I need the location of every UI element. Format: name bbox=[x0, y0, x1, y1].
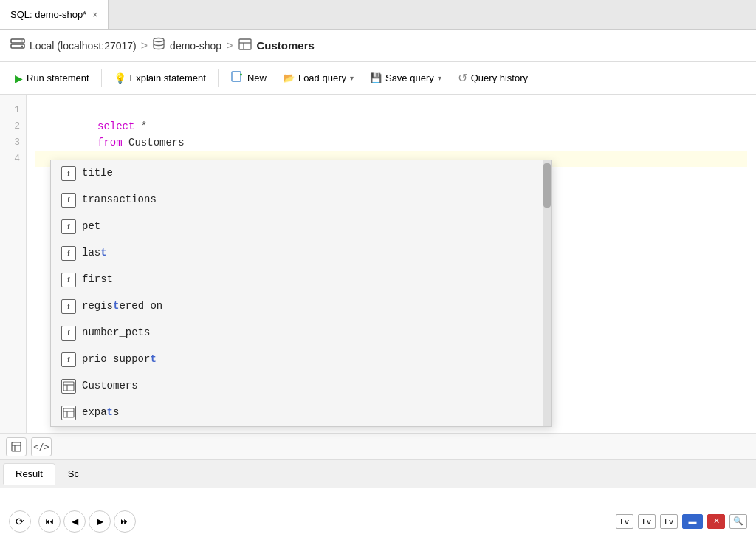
save-dropdown-arrow: ▾ bbox=[438, 74, 441, 82]
autocomplete-item-registered-on[interactable]: f registered_on bbox=[51, 293, 543, 320]
editor-area[interactable]: 1 2 3 4 select * from Customers where pr… bbox=[0, 95, 756, 459]
svg-point-3 bbox=[21, 45, 23, 47]
autocomplete-dropdown: f title f transactions f pet f last f bbox=[50, 160, 552, 427]
run-icon: ▶ bbox=[15, 72, 23, 84]
history-icon: ↺ bbox=[458, 71, 467, 85]
line-numbers: 1 2 3 4 bbox=[0, 95, 27, 459]
autocomplete-scrollbar[interactable] bbox=[543, 160, 551, 426]
breadcrumb-bar: Local (localhost:27017) > demo-shop > Cu… bbox=[0, 30, 756, 62]
sql-tab[interactable]: SQL: demo-shop* × bbox=[0, 0, 109, 29]
ac-item-text: transactions bbox=[82, 193, 157, 208]
field-icon: f bbox=[61, 273, 76, 287]
status-icon-lv3[interactable]: Lv bbox=[660, 514, 678, 529]
field-icon: f bbox=[61, 219, 76, 234]
ac-item-text: registered_on bbox=[82, 299, 162, 314]
field-icon: f bbox=[61, 166, 76, 181]
toolbar-separator-1 bbox=[101, 69, 102, 87]
svg-point-4 bbox=[154, 38, 164, 42]
svg-point-2 bbox=[21, 40, 23, 41]
autocomplete-list[interactable]: f title f transactions f pet f last f bbox=[51, 160, 543, 426]
autocomplete-item-customers[interactable]: Customers bbox=[51, 373, 543, 400]
db-icon bbox=[152, 37, 165, 54]
table-view-icon-btn[interactable] bbox=[6, 437, 27, 456]
status-icon-lv2[interactable]: Lv bbox=[638, 514, 656, 529]
breadcrumb-sep2: > bbox=[226, 39, 233, 52]
result-tabs: Result Sc bbox=[0, 459, 756, 488]
ac-item-text: last bbox=[82, 246, 107, 261]
svg-rect-11 bbox=[63, 382, 74, 391]
ac-item-text: pet bbox=[82, 219, 100, 234]
next-page-button[interactable]: ▶ bbox=[89, 510, 111, 533]
first-page-button[interactable]: ⏮ bbox=[38, 510, 61, 533]
ac-item-text: prio_support bbox=[82, 352, 157, 367]
explain-statement-button[interactable]: 💡 Explain statement bbox=[106, 69, 213, 88]
autocomplete-item-first[interactable]: f first bbox=[51, 267, 543, 293]
refresh-button[interactable]: ⟳ bbox=[9, 510, 31, 533]
status-icon-search[interactable]: 🔍 bbox=[729, 514, 747, 529]
db-label[interactable]: demo-shop bbox=[170, 40, 221, 52]
svg-rect-17 bbox=[12, 442, 21, 451]
main-area: 1 2 3 4 select * from Customers where pr… bbox=[0, 95, 756, 554]
ac-item-text: expats bbox=[82, 406, 119, 420]
field-icon: f bbox=[61, 352, 76, 367]
autocomplete-item-transactions[interactable]: f transactions bbox=[51, 187, 543, 213]
query-history-button[interactable]: ↺ Query history bbox=[450, 67, 535, 89]
match-highlight: t bbox=[150, 353, 156, 365]
field-icon: f bbox=[61, 193, 76, 208]
ac-item-text: number_pets bbox=[82, 326, 150, 341]
pagination: ⏮ ◀ ▶ ⏭ bbox=[38, 510, 136, 533]
table-icon bbox=[238, 38, 252, 53]
status-icon-red[interactable]: ✕ bbox=[707, 514, 725, 529]
tab-label: SQL: demo-shop* bbox=[10, 9, 86, 20]
ac-item-text: title bbox=[82, 166, 113, 181]
code-line-2: from Customers bbox=[35, 118, 747, 134]
status-icon-blue[interactable]: ▬ bbox=[682, 514, 703, 529]
save-query-button[interactable]: 💾 Save query ▾ bbox=[362, 69, 449, 87]
match-highlight: t bbox=[113, 300, 119, 312]
title-bar: SQL: demo-shop* × bbox=[0, 0, 756, 30]
new-query-button[interactable]: New bbox=[223, 67, 274, 89]
autocomplete-item-expats[interactable]: expats bbox=[51, 400, 543, 426]
last-page-button[interactable]: ⏭ bbox=[114, 510, 136, 533]
result-tab-result[interactable]: Result bbox=[3, 463, 55, 485]
run-statement-button[interactable]: ▶ Run statement bbox=[7, 69, 97, 88]
scrollbar-thumb bbox=[543, 163, 551, 208]
table-icon bbox=[61, 379, 76, 394]
explain-icon: 💡 bbox=[114, 72, 126, 84]
code-icon: </> bbox=[33, 442, 49, 452]
autocomplete-item-pet[interactable]: f pet bbox=[51, 213, 543, 240]
tab-close-icon[interactable]: × bbox=[92, 10, 97, 20]
load-query-button[interactable]: 📂 Load query ▾ bbox=[275, 69, 361, 87]
breadcrumb-sep1: > bbox=[141, 39, 148, 52]
server-label[interactable]: Local (localhost:27017) bbox=[30, 40, 137, 52]
table-icon bbox=[61, 406, 76, 420]
save-icon: 💾 bbox=[370, 72, 382, 83]
editor-bottom-bar: </> bbox=[0, 433, 756, 459]
svg-rect-5 bbox=[239, 39, 251, 49]
field-icon: f bbox=[61, 299, 76, 314]
match-highlight: t bbox=[100, 247, 106, 259]
table-label[interactable]: Customers bbox=[257, 39, 315, 52]
autocomplete-item-number-pets[interactable]: f number_pets bbox=[51, 320, 543, 346]
new-icon bbox=[230, 71, 244, 85]
code-line-3: where prio_support = true bbox=[35, 134, 747, 151]
toolbar: ▶ Run statement 💡 Explain statement New … bbox=[0, 62, 756, 95]
status-icon-lv1[interactable]: Lv bbox=[616, 514, 633, 529]
status-icons: Lv Lv Lv ▬ ✕ 🔍 bbox=[616, 514, 747, 529]
result-tab-sc[interactable]: Sc bbox=[55, 463, 92, 485]
prev-page-button[interactable]: ◀ bbox=[63, 510, 86, 533]
autocomplete-item-last[interactable]: f last bbox=[51, 240, 543, 267]
match-highlight: t bbox=[107, 406, 113, 418]
code-line-1: select * bbox=[35, 102, 747, 118]
svg-rect-14 bbox=[63, 408, 74, 417]
toolbar-separator-2 bbox=[218, 69, 219, 87]
result-area: ⟳ ⏮ ◀ ▶ ⏭ Lv Lv Lv ▬ ✕ 🔍 bbox=[0, 488, 756, 554]
load-icon: 📂 bbox=[283, 72, 295, 83]
autocomplete-item-title[interactable]: f title bbox=[51, 160, 543, 187]
field-icon: f bbox=[61, 326, 76, 341]
ac-item-text: first bbox=[82, 273, 113, 287]
autocomplete-item-prio-support[interactable]: f prio_support bbox=[51, 346, 543, 373]
code-view-icon-btn[interactable]: </> bbox=[31, 437, 52, 456]
svg-rect-8 bbox=[232, 72, 241, 81]
server-icon bbox=[10, 38, 25, 54]
